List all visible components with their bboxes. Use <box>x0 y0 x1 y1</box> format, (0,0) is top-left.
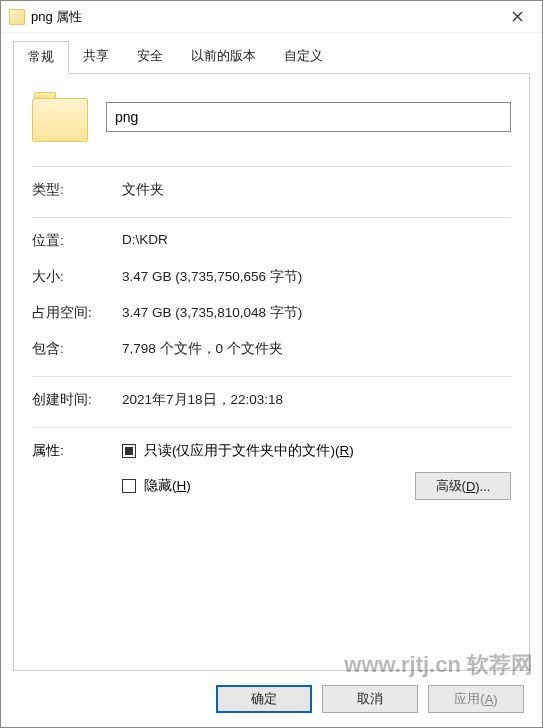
checkbox-readonly-row[interactable]: 只读(仅应用于文件夹中的文件)(R) <box>122 442 511 460</box>
label-attributes: 属性: <box>32 442 122 500</box>
value-size: 3.47 GB (3,735,750,656 字节) <box>122 268 511 286</box>
separator <box>32 376 511 377</box>
titlebar[interactable]: png 属性 <box>1 1 542 33</box>
checkbox-hidden[interactable] <box>122 479 136 493</box>
cancel-button[interactable]: 取消 <box>322 685 418 713</box>
checkbox-readonly-label: 只读(仅应用于文件夹中的文件)(R) <box>144 442 354 460</box>
apply-button[interactable]: 应用(A) <box>428 685 524 713</box>
tab-security[interactable]: 安全 <box>123 41 177 73</box>
checkbox-hidden-label: 隐藏(H) <box>144 477 191 495</box>
label-size-on-disk: 占用空间: <box>32 304 122 322</box>
tabs-container: 常规 共享 安全 以前的版本 自定义 类型: 文件夹 位置: D:\KDR <box>1 33 542 671</box>
close-icon[interactable] <box>494 2 540 32</box>
tab-sharing[interactable]: 共享 <box>69 41 123 73</box>
ok-button[interactable]: 确定 <box>216 685 312 713</box>
value-size-on-disk: 3.47 GB (3,735,810,048 字节) <box>122 304 511 322</box>
folder-name-input[interactable] <box>106 102 511 132</box>
separator <box>32 166 511 167</box>
separator <box>32 427 511 428</box>
label-size: 大小: <box>32 268 122 286</box>
row-location: 位置: D:\KDR <box>32 232 511 250</box>
folder-icon <box>9 9 25 25</box>
tabs-row: 常规 共享 安全 以前的版本 自定义 <box>13 41 530 74</box>
checkbox-hidden-row[interactable]: 隐藏(H) <box>122 477 191 495</box>
tab-panel-general: 类型: 文件夹 位置: D:\KDR 大小: 3.47 GB (3,735,75… <box>13 74 530 671</box>
properties-dialog: png 属性 常规 共享 安全 以前的版本 自定义 类型: 文件夹 <box>0 0 543 728</box>
label-created: 创建时间: <box>32 391 122 409</box>
row-size-on-disk: 占用空间: 3.47 GB (3,735,810,048 字节) <box>32 304 511 322</box>
label-contains: 包含: <box>32 340 122 358</box>
value-created: 2021年7月18日，22:03:18 <box>122 391 511 409</box>
separator <box>32 217 511 218</box>
row-contains: 包含: 7,798 个文件，0 个文件夹 <box>32 340 511 358</box>
tab-general[interactable]: 常规 <box>13 41 69 74</box>
advanced-button[interactable]: 高级(D)... <box>415 472 511 500</box>
row-size: 大小: 3.47 GB (3,735,750,656 字节) <box>32 268 511 286</box>
tab-custom[interactable]: 自定义 <box>270 41 337 73</box>
folder-large-icon <box>32 92 88 142</box>
dialog-footer: 确定 取消 应用(A) <box>1 671 542 727</box>
label-location: 位置: <box>32 232 122 250</box>
checkbox-readonly[interactable] <box>122 444 136 458</box>
row-type: 类型: 文件夹 <box>32 181 511 199</box>
value-location: D:\KDR <box>122 232 511 250</box>
value-contains: 7,798 个文件，0 个文件夹 <box>122 340 511 358</box>
label-type: 类型: <box>32 181 122 199</box>
attributes-block: 属性: 只读(仅应用于文件夹中的文件)(R) 隐藏(H) 高级(D)... <box>32 442 511 500</box>
row-created: 创建时间: 2021年7月18日，22:03:18 <box>32 391 511 409</box>
tab-previous-versions[interactable]: 以前的版本 <box>177 41 270 73</box>
window-title: png 属性 <box>31 8 494 26</box>
value-type: 文件夹 <box>122 181 511 199</box>
